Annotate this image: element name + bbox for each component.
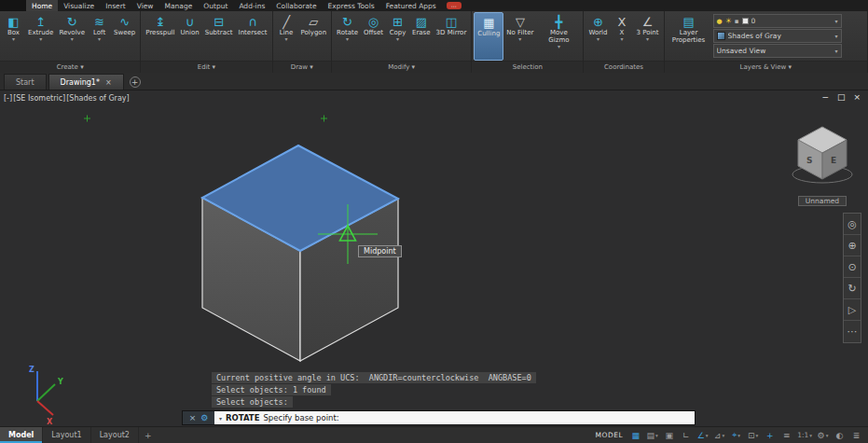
customize-icon[interactable]: ≣	[848, 428, 864, 443]
ribbon-tab-featured-apps[interactable]: Featured Apps	[380, 0, 442, 11]
chevron-down-icon[interactable]: ▾	[737, 433, 740, 438]
grid-toggle-icon[interactable]: ▦	[627, 428, 643, 443]
rotate-button[interactable]: ↻ Rotate ▾	[334, 12, 361, 61]
cancel-command-icon[interactable]: ×	[189, 413, 197, 422]
chevron-down-icon[interactable]: ▾	[706, 433, 709, 438]
polygon-button[interactable]: ▱ Polygon	[298, 12, 330, 61]
annotation-scale-control[interactable]: 1:1 ▾	[795, 428, 814, 443]
isolate-objects-icon[interactable]: ◐	[832, 428, 847, 443]
viewport-visual-style-control[interactable]: [Shades of Gray]	[66, 94, 129, 103]
minimize-icon[interactable]: −	[821, 92, 829, 102]
drawing-viewport[interactable]: Z Y X [-] [SE Isometric] [Shades of Gray…	[0, 90, 868, 426]
ortho-mode-icon[interactable]: ∟	[678, 428, 694, 443]
ucs-x-button[interactable]: X X ▾	[610, 12, 633, 61]
restore-icon[interactable]: □	[837, 92, 846, 102]
app-menu-button[interactable]	[0, 0, 26, 11]
visual-style-select[interactable]: Shades of Gray ▾	[713, 29, 842, 43]
panel-label-coordinates[interactable]: Coordinates	[584, 61, 663, 73]
copy-button[interactable]: ⊞ Copy ▾	[386, 12, 409, 61]
ribbon-tab-visualize[interactable]: Visualize	[58, 0, 100, 11]
ribbon-tab-express-tools[interactable]: Express Tools	[323, 0, 380, 11]
object-snap-3d-icon[interactable]: ⊡ ▾	[745, 428, 761, 443]
ribbon-tab-insert[interactable]: Insert	[100, 0, 131, 11]
close-icon[interactable]: ×	[105, 78, 112, 87]
chevron-down-icon[interactable]: ▾	[835, 48, 838, 54]
new-drawing-button[interactable]: +	[130, 76, 141, 88]
chevron-down-icon[interactable]: ▾	[826, 433, 829, 438]
showmotion-icon[interactable]: ▷	[844, 299, 861, 321]
navbar-more-icon[interactable]: ⋯	[844, 321, 861, 342]
orbit-icon[interactable]: ↻	[844, 278, 861, 299]
chevron-down-icon[interactable]: ▾	[809, 433, 812, 438]
world-ucs-button[interactable]: ⊕ World ▾	[586, 12, 610, 61]
viewcube[interactable]: S E Unnamed	[790, 124, 855, 207]
zoom-icon[interactable]: ⊙	[844, 256, 861, 278]
ribbon-tab-view[interactable]: View	[131, 0, 159, 11]
no-filter-button[interactable]: ▽ No Filter ▾	[503, 12, 536, 61]
view-select[interactable]: Unsaved View ▾	[713, 44, 842, 58]
viewport-view-control[interactable]: [SE Isometric]	[13, 94, 65, 103]
wrench-icon[interactable]: ⚙	[200, 413, 208, 422]
ucs-3point-button[interactable]: ∠ 3 Point ▾	[633, 12, 661, 61]
panel-label-edit[interactable]: Edit ▾	[141, 61, 271, 73]
culling-button[interactable]: ▦ Culling	[474, 12, 503, 61]
layer-select[interactable]: ● ☀ ▪ 0 ▾	[713, 14, 842, 28]
new-layout-button[interactable]: +	[139, 427, 158, 443]
panel-label-selection[interactable]: Selection	[472, 61, 583, 73]
ribbon-tab-output[interactable]: Output	[198, 0, 233, 11]
ribbon-overflow-button[interactable]: ⋯	[447, 2, 462, 9]
navigation-wheel-icon[interactable]: ◎	[844, 214, 861, 235]
tab-start[interactable]: Start	[4, 74, 47, 90]
sweep-button[interactable]: ∿ Sweep	[111, 12, 138, 61]
polar-tracking-icon[interactable]: ∠ ▾	[695, 428, 710, 443]
erase-button[interactable]: ▨ Erase	[409, 12, 434, 61]
box-button[interactable]: ◧ Box ▾	[2, 12, 25, 61]
lineweight-icon[interactable]: ≡	[778, 428, 794, 443]
tab-layout2[interactable]: Layout2	[91, 427, 139, 443]
chevron-down-icon[interactable]: ▾	[756, 433, 759, 438]
chevron-down-icon[interactable]: ▾	[655, 433, 658, 438]
ribbon-tab-collaborate[interactable]: Collaborate	[270, 0, 322, 11]
layer-color-swatch[interactable]	[742, 18, 749, 24]
dynamic-input-icon[interactable]: +	[762, 428, 778, 443]
panel-label-layers-view[interactable]: Layers & View ▾	[665, 61, 867, 73]
snap-mode-icon[interactable]: ▤ ▾	[644, 428, 660, 443]
ribbon-tab-manage[interactable]: Manage	[159, 0, 199, 11]
workspace-gear-icon[interactable]: ⚙ ▾	[815, 428, 831, 443]
viewcube-graphic[interactable]: S E	[790, 124, 855, 186]
layer-properties-button[interactable]: ▤ Layer Properties	[667, 12, 711, 61]
recent-commands-icon[interactable]: ▾	[219, 415, 222, 422]
panel-label-create[interactable]: Create ▾	[0, 61, 140, 73]
loft-button[interactable]: ≋ Loft ▾	[88, 12, 111, 61]
chevron-down-icon[interactable]: ▾	[835, 33, 838, 39]
extrude-button[interactable]: ↥ Extrude ▾	[25, 12, 56, 61]
chevron-down-icon[interactable]: ▾	[723, 433, 725, 438]
ribbon-tab-home[interactable]: Home	[26, 0, 58, 11]
chevron-down-icon[interactable]: ▾	[835, 18, 838, 24]
revolve-button[interactable]: ↻ Revolve ▾	[56, 12, 88, 61]
layer-lock-icon[interactable]: ▪	[735, 18, 739, 25]
close-icon[interactable]: ×	[853, 92, 861, 102]
ribbon-tab-addins[interactable]: Add-ins	[233, 0, 270, 11]
line-button[interactable]: ╱ Line ▾	[275, 12, 298, 61]
panel-label-draw[interactable]: Draw ▾	[273, 61, 332, 73]
tab-model[interactable]: Model	[0, 427, 43, 443]
intersect-button[interactable]: ∩ Intersect	[236, 12, 270, 61]
subtract-button[interactable]: ⊟ Subtract	[202, 12, 236, 61]
move-gizmo-button[interactable]: ╋ Move Gizmo ▾	[536, 12, 581, 61]
pan-icon[interactable]: ⊕	[844, 235, 861, 256]
command-line[interactable]: × ⚙ ▾ ROTATE Specify base point:	[182, 410, 696, 425]
panel-label-modify[interactable]: Modify ▾	[332, 61, 471, 73]
object-snap-icon[interactable]: ⌖ ▾	[728, 428, 744, 443]
model-space-indicator[interactable]: MODEL	[596, 431, 624, 439]
layer-freeze-sun-icon[interactable]: ☀	[725, 17, 732, 25]
presspull-button[interactable]: ↨ Presspull	[143, 12, 177, 61]
union-button[interactable]: ∪ Union	[178, 12, 202, 61]
command-input[interactable]: ▾ ROTATE Specify base point:	[214, 411, 695, 424]
tab-layout1[interactable]: Layout1	[43, 427, 90, 443]
isodraft-icon[interactable]: ⊿ ▾	[711, 428, 727, 443]
infer-constraints-icon[interactable]: ▣	[661, 428, 677, 443]
viewcube-view-name-badge[interactable]: Unnamed	[798, 196, 847, 206]
viewport-menu-control[interactable]: [-]	[4, 94, 12, 103]
tab-drawing1[interactable]: Drawing1* ×	[48, 74, 124, 90]
